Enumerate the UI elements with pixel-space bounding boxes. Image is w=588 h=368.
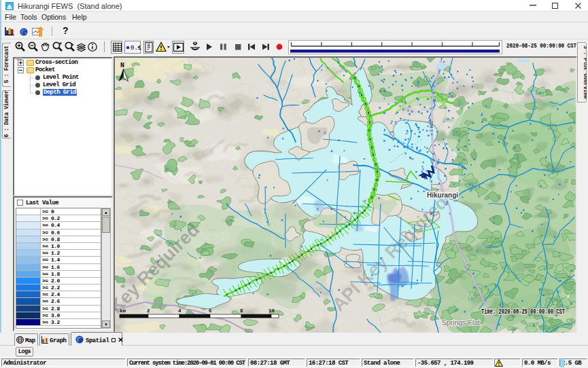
svg-text:6 : Data Viewer: 6 : Data Viewer xyxy=(3,90,10,137)
svg-text:10: 10 xyxy=(269,308,275,314)
svg-text:4: 4 xyxy=(178,308,181,314)
svg-text:3 : Plot Overview: 3 : Plot Overview xyxy=(582,45,587,100)
svg-text:N: N xyxy=(120,62,124,69)
svg-text:6: 6 xyxy=(209,308,212,314)
svg-text:km: km xyxy=(120,308,126,314)
svg-text:8: 8 xyxy=(240,308,243,314)
svg-text:Time: 2020-08-25 00:00:00 CST: Time: 2020-08-25 00:00:00 CST xyxy=(481,308,565,316)
svg-text:Hikurangi: Hikurangi xyxy=(427,191,458,199)
svg-text:2: 2 xyxy=(147,308,150,314)
svg-text:2020-08-25 00:00:00 CST: 2020-08-25 00:00:00 CST xyxy=(506,42,576,50)
svg-text:Springs Flat: Springs Flat xyxy=(442,318,480,327)
svg-text:SH 1: SH 1 xyxy=(428,121,434,132)
svg-text:5 : Forecast: 5 : Forecast xyxy=(3,45,10,84)
